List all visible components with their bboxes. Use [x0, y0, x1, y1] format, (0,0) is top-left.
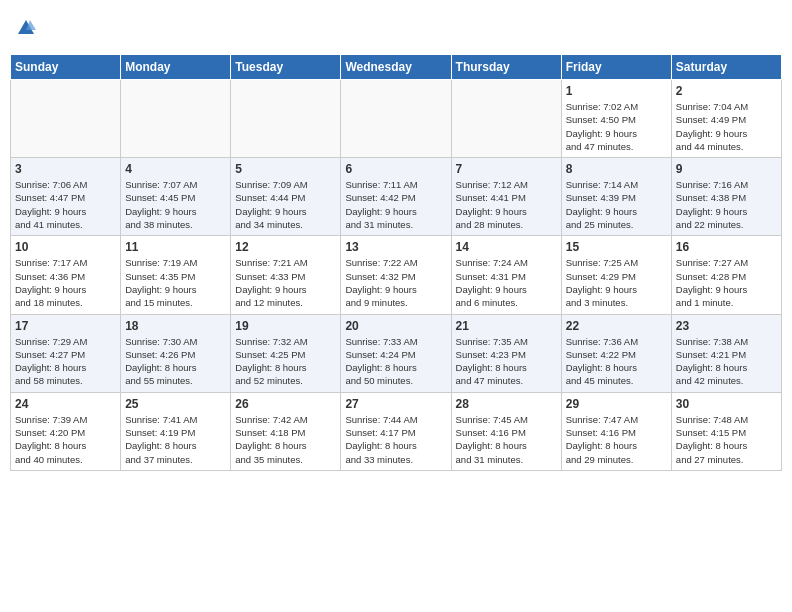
calendar-cell: 17Sunrise: 7:29 AM Sunset: 4:27 PM Dayli…: [11, 314, 121, 392]
day-number: 17: [15, 319, 116, 333]
calendar-cell: [231, 80, 341, 158]
day-info: Sunrise: 7:24 AM Sunset: 4:31 PM Dayligh…: [456, 256, 557, 309]
calendar-cell: 22Sunrise: 7:36 AM Sunset: 4:22 PM Dayli…: [561, 314, 671, 392]
day-info: Sunrise: 7:45 AM Sunset: 4:16 PM Dayligh…: [456, 413, 557, 466]
calendar-week-row: 3Sunrise: 7:06 AM Sunset: 4:47 PM Daylig…: [11, 158, 782, 236]
day-number: 15: [566, 240, 667, 254]
day-number: 9: [676, 162, 777, 176]
day-info: Sunrise: 7:04 AM Sunset: 4:49 PM Dayligh…: [676, 100, 777, 153]
day-info: Sunrise: 7:38 AM Sunset: 4:21 PM Dayligh…: [676, 335, 777, 388]
calendar-week-row: 10Sunrise: 7:17 AM Sunset: 4:36 PM Dayli…: [11, 236, 782, 314]
calendar-cell: 29Sunrise: 7:47 AM Sunset: 4:16 PM Dayli…: [561, 392, 671, 470]
day-info: Sunrise: 7:11 AM Sunset: 4:42 PM Dayligh…: [345, 178, 446, 231]
weekday-header-wednesday: Wednesday: [341, 55, 451, 80]
day-info: Sunrise: 7:39 AM Sunset: 4:20 PM Dayligh…: [15, 413, 116, 466]
calendar-cell: 25Sunrise: 7:41 AM Sunset: 4:19 PM Dayli…: [121, 392, 231, 470]
day-info: Sunrise: 7:09 AM Sunset: 4:44 PM Dayligh…: [235, 178, 336, 231]
weekday-header-tuesday: Tuesday: [231, 55, 341, 80]
calendar-cell: 21Sunrise: 7:35 AM Sunset: 4:23 PM Dayli…: [451, 314, 561, 392]
calendar-table: SundayMondayTuesdayWednesdayThursdayFrid…: [10, 54, 782, 471]
day-number: 1: [566, 84, 667, 98]
day-number: 29: [566, 397, 667, 411]
day-info: Sunrise: 7:12 AM Sunset: 4:41 PM Dayligh…: [456, 178, 557, 231]
day-info: Sunrise: 7:47 AM Sunset: 4:16 PM Dayligh…: [566, 413, 667, 466]
calendar-cell: 18Sunrise: 7:30 AM Sunset: 4:26 PM Dayli…: [121, 314, 231, 392]
day-info: Sunrise: 7:30 AM Sunset: 4:26 PM Dayligh…: [125, 335, 226, 388]
day-info: Sunrise: 7:33 AM Sunset: 4:24 PM Dayligh…: [345, 335, 446, 388]
day-number: 12: [235, 240, 336, 254]
calendar-cell: 20Sunrise: 7:33 AM Sunset: 4:24 PM Dayli…: [341, 314, 451, 392]
calendar-cell: 24Sunrise: 7:39 AM Sunset: 4:20 PM Dayli…: [11, 392, 121, 470]
calendar-cell: 27Sunrise: 7:44 AM Sunset: 4:17 PM Dayli…: [341, 392, 451, 470]
calendar-cell: 8Sunrise: 7:14 AM Sunset: 4:39 PM Daylig…: [561, 158, 671, 236]
calendar-cell: 13Sunrise: 7:22 AM Sunset: 4:32 PM Dayli…: [341, 236, 451, 314]
calendar-cell: 16Sunrise: 7:27 AM Sunset: 4:28 PM Dayli…: [671, 236, 781, 314]
day-info: Sunrise: 7:25 AM Sunset: 4:29 PM Dayligh…: [566, 256, 667, 309]
calendar-cell: 14Sunrise: 7:24 AM Sunset: 4:31 PM Dayli…: [451, 236, 561, 314]
calendar-cell: [341, 80, 451, 158]
calendar-header-row: SundayMondayTuesdayWednesdayThursdayFrid…: [11, 55, 782, 80]
day-number: 26: [235, 397, 336, 411]
calendar-cell: 1Sunrise: 7:02 AM Sunset: 4:50 PM Daylig…: [561, 80, 671, 158]
day-number: 7: [456, 162, 557, 176]
day-number: 25: [125, 397, 226, 411]
day-number: 10: [15, 240, 116, 254]
day-number: 11: [125, 240, 226, 254]
day-info: Sunrise: 7:42 AM Sunset: 4:18 PM Dayligh…: [235, 413, 336, 466]
page-header: [10, 10, 782, 46]
day-info: Sunrise: 7:36 AM Sunset: 4:22 PM Dayligh…: [566, 335, 667, 388]
day-info: Sunrise: 7:29 AM Sunset: 4:27 PM Dayligh…: [15, 335, 116, 388]
calendar-cell: 15Sunrise: 7:25 AM Sunset: 4:29 PM Dayli…: [561, 236, 671, 314]
day-info: Sunrise: 7:06 AM Sunset: 4:47 PM Dayligh…: [15, 178, 116, 231]
calendar-cell: [11, 80, 121, 158]
weekday-header-saturday: Saturday: [671, 55, 781, 80]
weekday-header-friday: Friday: [561, 55, 671, 80]
day-number: 22: [566, 319, 667, 333]
day-info: Sunrise: 7:07 AM Sunset: 4:45 PM Dayligh…: [125, 178, 226, 231]
calendar-cell: 10Sunrise: 7:17 AM Sunset: 4:36 PM Dayli…: [11, 236, 121, 314]
day-number: 27: [345, 397, 446, 411]
calendar-cell: 7Sunrise: 7:12 AM Sunset: 4:41 PM Daylig…: [451, 158, 561, 236]
day-number: 20: [345, 319, 446, 333]
day-info: Sunrise: 7:19 AM Sunset: 4:35 PM Dayligh…: [125, 256, 226, 309]
day-number: 8: [566, 162, 667, 176]
day-number: 4: [125, 162, 226, 176]
day-info: Sunrise: 7:22 AM Sunset: 4:32 PM Dayligh…: [345, 256, 446, 309]
day-number: 18: [125, 319, 226, 333]
day-info: Sunrise: 7:14 AM Sunset: 4:39 PM Dayligh…: [566, 178, 667, 231]
day-info: Sunrise: 7:02 AM Sunset: 4:50 PM Dayligh…: [566, 100, 667, 153]
day-number: 24: [15, 397, 116, 411]
day-info: Sunrise: 7:32 AM Sunset: 4:25 PM Dayligh…: [235, 335, 336, 388]
day-info: Sunrise: 7:48 AM Sunset: 4:15 PM Dayligh…: [676, 413, 777, 466]
logo-icon: [16, 18, 36, 38]
calendar-week-row: 24Sunrise: 7:39 AM Sunset: 4:20 PM Dayli…: [11, 392, 782, 470]
day-number: 13: [345, 240, 446, 254]
day-number: 23: [676, 319, 777, 333]
day-number: 16: [676, 240, 777, 254]
day-number: 6: [345, 162, 446, 176]
calendar-cell: 23Sunrise: 7:38 AM Sunset: 4:21 PM Dayli…: [671, 314, 781, 392]
day-number: 3: [15, 162, 116, 176]
day-number: 2: [676, 84, 777, 98]
day-info: Sunrise: 7:44 AM Sunset: 4:17 PM Dayligh…: [345, 413, 446, 466]
calendar-cell: 30Sunrise: 7:48 AM Sunset: 4:15 PM Dayli…: [671, 392, 781, 470]
weekday-header-sunday: Sunday: [11, 55, 121, 80]
day-number: 21: [456, 319, 557, 333]
calendar-cell: 4Sunrise: 7:07 AM Sunset: 4:45 PM Daylig…: [121, 158, 231, 236]
calendar-cell: 11Sunrise: 7:19 AM Sunset: 4:35 PM Dayli…: [121, 236, 231, 314]
day-info: Sunrise: 7:17 AM Sunset: 4:36 PM Dayligh…: [15, 256, 116, 309]
calendar-cell: [451, 80, 561, 158]
day-info: Sunrise: 7:21 AM Sunset: 4:33 PM Dayligh…: [235, 256, 336, 309]
weekday-header-monday: Monday: [121, 55, 231, 80]
calendar-cell: 9Sunrise: 7:16 AM Sunset: 4:38 PM Daylig…: [671, 158, 781, 236]
calendar-cell: 2Sunrise: 7:04 AM Sunset: 4:49 PM Daylig…: [671, 80, 781, 158]
calendar-cell: 26Sunrise: 7:42 AM Sunset: 4:18 PM Dayli…: [231, 392, 341, 470]
calendar-cell: 19Sunrise: 7:32 AM Sunset: 4:25 PM Dayli…: [231, 314, 341, 392]
calendar-cell: 5Sunrise: 7:09 AM Sunset: 4:44 PM Daylig…: [231, 158, 341, 236]
calendar-week-row: 1Sunrise: 7:02 AM Sunset: 4:50 PM Daylig…: [11, 80, 782, 158]
day-number: 14: [456, 240, 557, 254]
calendar-cell: 3Sunrise: 7:06 AM Sunset: 4:47 PM Daylig…: [11, 158, 121, 236]
calendar-cell: 12Sunrise: 7:21 AM Sunset: 4:33 PM Dayli…: [231, 236, 341, 314]
day-number: 19: [235, 319, 336, 333]
weekday-header-thursday: Thursday: [451, 55, 561, 80]
